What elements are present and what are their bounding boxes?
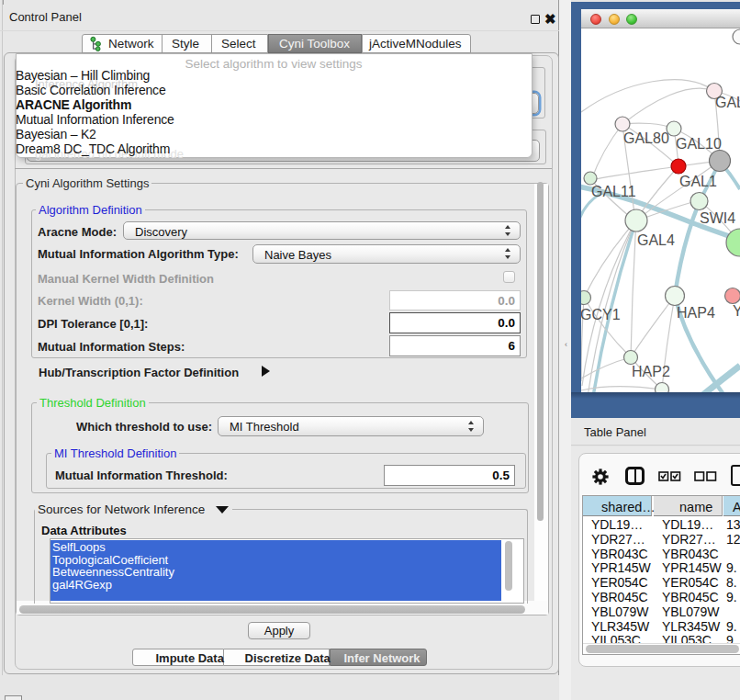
svg-text:GCY1: GCY1: [581, 307, 621, 322]
svg-text:GAL80: GAL80: [623, 130, 669, 146]
svg-text:HAP2: HAP2: [632, 364, 670, 379]
svg-text:YM: YM: [733, 303, 740, 319]
svg-text:HAP4: HAP4: [677, 305, 715, 321]
svg-text:GAL7: GAL7: [715, 95, 740, 110]
svg-text:GAL10: GAL10: [676, 136, 722, 152]
svg-text:SWI4: SWI4: [700, 210, 735, 226]
svg-text:GAL1: GAL1: [679, 174, 717, 189]
svg-text:GAL11: GAL11: [591, 184, 636, 199]
svg-text:GAL4: GAL4: [637, 232, 675, 248]
